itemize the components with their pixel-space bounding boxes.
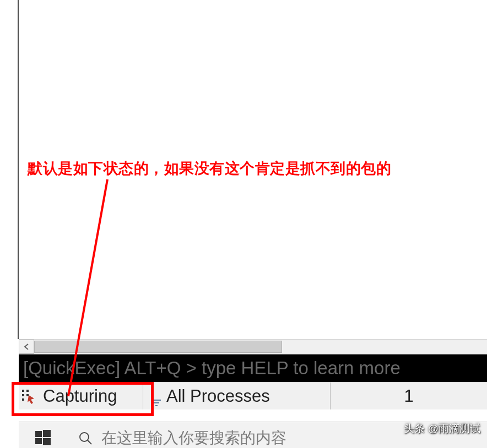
svg-rect-2 [26,390,29,392]
annotation-label: 默认是如下状态的，如果没有这个肯定是抓不到的包的 [28,159,391,178]
svg-rect-3 [22,394,24,396]
svg-rect-9 [35,431,42,437]
horizontal-scrollbar [19,339,487,354]
capturing-status[interactable]: Capturing [19,383,143,409]
status-bar: Capturing All Processes 1 [19,382,487,409]
start-button[interactable] [19,422,67,448]
quickexec-bar[interactable]: [QuickExec] ALT+Q > type HELP to learn m… [19,354,487,382]
filter-icon [151,392,162,401]
capture-icon [21,387,39,405]
capturing-label: Capturing [43,386,117,406]
count-value: 1 [404,386,413,406]
watermark: 头条 @雨滴测试 [404,422,480,436]
scroll-track[interactable] [34,340,487,354]
search-placeholder: 在这里输入你要搜索的内容 [101,428,286,449]
search-icon [78,431,93,445]
svg-rect-12 [43,438,51,445]
processes-status[interactable]: All Processes [143,383,331,409]
svg-rect-11 [35,438,42,444]
session-count-status[interactable]: 1 [331,383,487,409]
svg-rect-1 [22,390,24,392]
processes-label: All Processes [166,386,270,406]
scroll-left-button[interactable] [19,340,34,354]
windows-logo-icon [35,430,51,445]
svg-rect-4 [26,394,29,396]
scroll-thumb[interactable] [34,341,282,353]
svg-point-13 [80,433,89,441]
svg-rect-10 [43,430,51,437]
quickexec-placeholder: [QuickExec] ALT+Q > type HELP to learn m… [23,358,401,379]
svg-line-14 [88,440,91,444]
svg-rect-5 [22,398,24,401]
